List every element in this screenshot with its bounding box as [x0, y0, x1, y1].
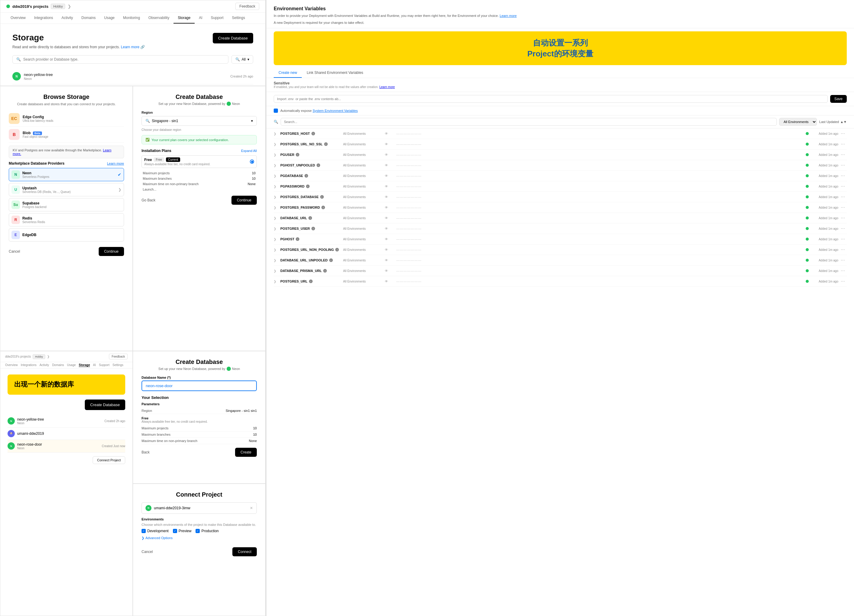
back-button[interactable]: Back — [142, 450, 150, 455]
expand-icon[interactable]: ❯ — [274, 195, 278, 199]
more-actions-icon[interactable]: ⋯ — [841, 152, 845, 157]
tab-overview[interactable]: Overview — [6, 13, 30, 23]
expose-checkbox[interactable] — [274, 108, 278, 113]
expand-icon[interactable]: ❯ — [274, 216, 278, 220]
env-check-preview[interactable]: ✓ Preview — [173, 529, 192, 533]
more-actions-icon[interactable]: ⋯ — [841, 226, 845, 231]
search-input[interactable] — [23, 57, 224, 61]
create-button[interactable]: Create — [235, 448, 257, 457]
tab-support[interactable]: Support — [207, 13, 228, 23]
radio-icon[interactable] — [250, 160, 254, 164]
go-back-button[interactable]: Go Back — [142, 198, 156, 202]
info-icon[interactable]: i — [311, 132, 315, 135]
more-actions-icon[interactable]: ⋯ — [841, 247, 845, 252]
expand-icon[interactable]: ❯ — [274, 206, 278, 209]
marketplace-learn[interactable]: Learn more — [107, 161, 124, 165]
expand-icon[interactable]: ❯ — [274, 153, 278, 157]
expand-icon[interactable]: ❯ — [274, 259, 278, 262]
expand-icon[interactable]: ❯ — [274, 185, 278, 188]
edge-config-item[interactable]: EC Edge Config Ultra-low latency reads — [9, 111, 124, 127]
more-actions-icon[interactable]: ⋯ — [841, 216, 845, 221]
more-actions-icon[interactable]: ⋯ — [841, 195, 845, 199]
continue-button-region[interactable]: Continue — [232, 196, 257, 205]
info-icon[interactable]: i — [322, 205, 325, 209]
storage-learn-more[interactable]: Learn more — [121, 45, 139, 49]
info-icon[interactable]: i — [305, 174, 308, 178]
provider-redis[interactable]: R Redis Serverless Redis — [9, 213, 124, 227]
env-import-input[interactable] — [274, 95, 828, 103]
info-icon[interactable]: i — [296, 237, 299, 241]
provider-neon[interactable]: N Neon Serverless Postgres ✔ — [9, 168, 124, 181]
continue-button[interactable]: Continue — [99, 247, 124, 256]
mini-item-umami[interactable]: 🐶 umami-ddw2019 — [8, 427, 125, 440]
mini-item-rose[interactable]: N neon-rose-door Neon Created Just now — [8, 440, 125, 453]
connect-button[interactable]: Connect — [232, 547, 257, 556]
env-tab-create[interactable]: Create new — [274, 68, 302, 78]
env-check-dev[interactable]: ✓ Development — [142, 529, 169, 533]
expand-icon[interactable]: ❯ — [274, 164, 278, 167]
more-actions-icon[interactable]: ⋯ — [841, 163, 845, 168]
advanced-options[interactable]: ❯ Advanced Options — [142, 536, 257, 540]
expand-icon[interactable]: ❯ — [274, 143, 278, 146]
sensitive-learn-more[interactable]: Learn more — [379, 85, 395, 89]
sort-icon[interactable]: ▲▼ — [840, 120, 847, 124]
more-actions-icon[interactable]: ⋯ — [841, 268, 845, 273]
info-icon[interactable]: i — [317, 163, 320, 167]
region-select[interactable]: 🔍 Singapore - sin1 ▾ — [142, 116, 257, 126]
env-filter-select[interactable]: All Environments — [779, 118, 817, 126]
env-learn-more[interactable]: Learn more — [500, 14, 517, 17]
tab-usage[interactable]: Usage — [100, 13, 119, 23]
eye-icon[interactable]: 👁 — [385, 195, 388, 199]
eye-icon[interactable]: 👁 — [385, 280, 388, 283]
info-icon[interactable]: i — [296, 153, 299, 157]
save-button[interactable]: Save — [830, 95, 847, 103]
expand-icon[interactable]: ❯ — [274, 269, 278, 272]
info-icon[interactable]: i — [335, 248, 339, 251]
create-database-button[interactable]: Create Database — [213, 33, 253, 43]
info-icon[interactable]: i — [309, 280, 313, 283]
provider-upstash[interactable]: U Upstash Serverless DB (Redis, Ve..., Q… — [9, 183, 124, 196]
dropdown-icon[interactable]: ❯ — [68, 4, 71, 9]
tab-integrations[interactable]: Integrations — [30, 13, 57, 23]
eye-icon[interactable]: 👁 — [385, 248, 388, 251]
expand-icon[interactable]: ❯ — [274, 227, 278, 230]
mini-item-neon-yellow[interactable]: N neon-yellow-tree Neon Created 2h ago — [8, 415, 125, 427]
info-icon[interactable]: i — [323, 269, 327, 272]
expand-all-button[interactable]: Expand All — [241, 149, 257, 152]
provider-supabase[interactable]: Su Supabase Postgres backend — [9, 198, 124, 211]
env-tab-link[interactable]: Link Shared Environment Variables — [302, 68, 368, 78]
tab-settings[interactable]: Settings — [228, 13, 249, 23]
tab-observability[interactable]: Observability — [144, 13, 174, 23]
feedback-button[interactable]: Feedback — [235, 3, 259, 10]
eye-icon[interactable]: 👁 — [385, 132, 388, 135]
create-db-btn-new[interactable]: Create Database — [85, 400, 125, 410]
db-name-input[interactable] — [142, 380, 257, 391]
eye-icon[interactable]: 👁 — [385, 227, 388, 230]
feedback-btn-new[interactable]: Feedback — [109, 354, 128, 359]
connect-project-button-new[interactable]: Connect Project — [93, 456, 125, 464]
expand-icon[interactable]: ❯ — [274, 132, 278, 135]
provider-edgedb[interactable]: E EdgeDB — [9, 228, 124, 242]
eye-icon[interactable]: 👁 — [385, 142, 388, 146]
db-item-neon-yellow-tree[interactable]: N neon-yellow-tree Neon Created 2h ago — [12, 68, 253, 84]
tab-storage[interactable]: Storage — [174, 13, 195, 23]
tab-domains[interactable]: Domains — [77, 13, 100, 23]
tab-monitoring[interactable]: Monitoring — [119, 13, 144, 23]
system-env-link[interactable]: System Environment Variables — [313, 109, 358, 113]
more-actions-icon[interactable]: ⋯ — [841, 184, 845, 189]
info-icon[interactable]: i — [320, 195, 324, 199]
env-check-production[interactable]: ✓ Production — [195, 529, 218, 533]
more-actions-icon[interactable]: ⋯ — [841, 258, 845, 263]
more-actions-icon[interactable]: ⋯ — [841, 205, 845, 210]
cancel-connect-button[interactable]: Cancel — [142, 550, 153, 554]
eye-icon[interactable]: 👁 — [385, 153, 388, 157]
tab-ai[interactable]: AI — [195, 13, 206, 23]
more-actions-icon[interactable]: ⋯ — [841, 173, 845, 178]
more-actions-icon[interactable]: ⋯ — [841, 131, 845, 136]
eye-icon[interactable]: 👁 — [385, 259, 388, 262]
eye-icon[interactable]: 👁 — [385, 269, 388, 272]
expand-icon[interactable]: ❯ — [274, 237, 278, 241]
info-icon[interactable]: i — [308, 216, 312, 220]
eye-icon[interactable]: 👁 — [385, 184, 388, 188]
more-actions-icon[interactable]: ⋯ — [841, 279, 845, 284]
